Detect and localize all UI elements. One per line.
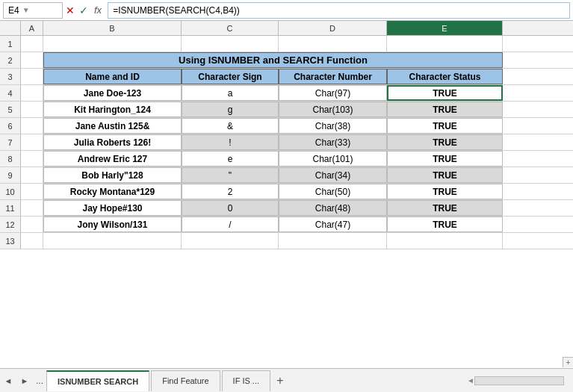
cell-a3[interactable] [21, 69, 43, 84]
cell-a9[interactable] [21, 167, 43, 183]
row-num-9: 9 [0, 167, 21, 183]
cell-a12[interactable] [21, 217, 43, 232]
cell-d6[interactable]: Char(38) [279, 118, 387, 134]
cell-reference-box[interactable]: E4 ▼ [3, 2, 63, 19]
tab-find-feature[interactable]: Find Feature [151, 370, 220, 391]
cell-a11[interactable] [21, 200, 43, 216]
cell-e1[interactable] [387, 36, 503, 52]
cell-b11-text: Jay Hope#130 [82, 203, 142, 214]
cell-e12[interactable]: TRUE [387, 217, 503, 232]
cell-c8[interactable]: e [182, 151, 279, 167]
cell-c9[interactable]: " [182, 167, 279, 183]
horizontal-scrollbar[interactable] [474, 376, 564, 385]
col-header-d[interactable]: D [279, 21, 387, 35]
scroll-left-icon[interactable]: ◄ [467, 376, 474, 385]
cell-b5[interactable]: Kit Harington_124 [43, 102, 182, 117]
cell-a10[interactable] [21, 184, 43, 199]
sheet-row-1: 1 [0, 36, 573, 52]
col-header-e[interactable]: E [387, 21, 503, 35]
cell-e5[interactable]: TRUE [387, 102, 503, 117]
cell-b1[interactable] [43, 36, 182, 52]
cell-d6-text: Char(38) [315, 121, 350, 131]
cell-e8[interactable]: TRUE [387, 151, 503, 167]
cell-b4[interactable]: Jane Doe-123 [43, 85, 182, 101]
col-header-sign[interactable]: Character Sign [182, 69, 279, 84]
cell-e10[interactable]: TRUE [387, 184, 503, 199]
cell-c5[interactable]: g [182, 102, 279, 117]
cell-d1[interactable] [279, 36, 387, 52]
cell-a5[interactable] [21, 102, 43, 117]
cell-b12[interactable]: Jony Wilson/131 [43, 217, 182, 232]
cell-e11[interactable]: TRUE [387, 200, 503, 216]
tab-add-button[interactable]: + [272, 373, 288, 389]
col-header-c[interactable]: C [182, 21, 279, 35]
tab-find-feature-label: Find Feature [162, 376, 208, 385]
sheet-row-6: 6 Jane Austin 125& & Char(38) TRUE [0, 118, 573, 134]
cell-e4[interactable]: TRUE [387, 85, 503, 101]
cell-c9-text: " [229, 170, 232, 181]
cell-c10[interactable]: 2 [182, 184, 279, 199]
cell-c12[interactable]: / [182, 217, 279, 232]
row-num-10: 10 [0, 184, 21, 199]
col-header-a[interactable]: A [21, 21, 43, 35]
tab-if-is-label: IF IS ... [233, 376, 259, 385]
cell-d7[interactable]: Char(33) [279, 134, 387, 150]
tab-if-is[interactable]: IF IS ... [222, 370, 270, 391]
cell-b13[interactable] [43, 233, 182, 249]
cell-c11[interactable]: 0 [182, 200, 279, 216]
resize-corner[interactable]: + [563, 357, 573, 367]
cell-e9[interactable]: TRUE [387, 167, 503, 183]
cell-d5[interactable]: Char(103) [279, 102, 387, 117]
cell-c6-text: & [227, 121, 233, 131]
cell-b11[interactable]: Jay Hope#130 [43, 200, 182, 216]
cell-e13[interactable] [387, 233, 503, 249]
col-header-number[interactable]: Character Number [279, 69, 387, 84]
cell-d8[interactable]: Char(101) [279, 151, 387, 167]
formula-input[interactable]: =ISNUMBER(SEARCH(C4,B4)) [108, 2, 570, 19]
cell-a4[interactable] [21, 85, 43, 101]
cell-a8[interactable] [21, 151, 43, 167]
cell-e7[interactable]: TRUE [387, 134, 503, 150]
cell-e11-text: TRUE [433, 203, 457, 214]
col-header-status-text: Character Status [409, 72, 480, 82]
cell-d12[interactable]: Char(47) [279, 217, 387, 232]
cell-c4[interactable]: a [182, 85, 279, 101]
tab-isnumber-search[interactable]: ISNUMBER SEARCH [46, 370, 149, 391]
cell-d10[interactable]: Char(50) [279, 184, 387, 199]
cell-c13[interactable] [182, 233, 279, 249]
cell-b9[interactable]: Bob Harly"128 [43, 167, 182, 183]
row-num-3: 3 [0, 69, 21, 84]
sheet-row-3: 3 Name and ID Character Sign Character N… [0, 69, 573, 85]
cell-d4[interactable]: Char(97) [279, 85, 387, 101]
cell-c7[interactable]: ! [182, 134, 279, 150]
sheet-row-10: 10 Rocky Montana*129 2 Char(50) TRUE [0, 184, 573, 200]
tab-nav-right[interactable]: ► [16, 373, 33, 389]
cell-b7[interactable]: Julia Roberts 126! [43, 134, 182, 150]
cell-b10[interactable]: Rocky Montana*129 [43, 184, 182, 199]
cell-d9[interactable]: Char(34) [279, 167, 387, 183]
title-text: Using ISNUMBER and SEARCH Function [179, 55, 368, 66]
col-header-b[interactable]: B [43, 21, 182, 35]
cell-c12-text: / [229, 220, 231, 230]
cell-c6[interactable]: & [182, 118, 279, 134]
cell-a13[interactable] [21, 233, 43, 249]
tab-nav-left[interactable]: ◄ [0, 373, 16, 389]
cell-b8[interactable]: Andrew Eric 127 [43, 151, 182, 167]
col-header-status[interactable]: Character Status [387, 69, 503, 84]
cell-e6[interactable]: TRUE [387, 118, 503, 134]
cell-a1[interactable] [21, 36, 43, 52]
cell-d11[interactable]: Char(48) [279, 200, 387, 216]
cell-b6[interactable]: Jane Austin 125& [43, 118, 182, 134]
cell-c1[interactable] [182, 36, 279, 52]
cell-c11-text: 0 [228, 203, 233, 214]
cell-d13[interactable] [279, 233, 387, 249]
sheet-row-7: 7 Julia Roberts 126! ! Char(33) TRUE [0, 134, 573, 151]
col-header-name-id[interactable]: Name and ID [43, 69, 182, 84]
cell-c4-text: a [228, 88, 233, 99]
title-cell[interactable]: Using ISNUMBER and SEARCH Function [43, 52, 503, 68]
cell-a6[interactable] [21, 118, 43, 134]
cell-a2[interactable] [21, 52, 43, 68]
row-num-8: 8 [0, 151, 21, 167]
formula-dividers: ✕ ✓ [66, 4, 88, 16]
cell-a7[interactable] [21, 134, 43, 150]
